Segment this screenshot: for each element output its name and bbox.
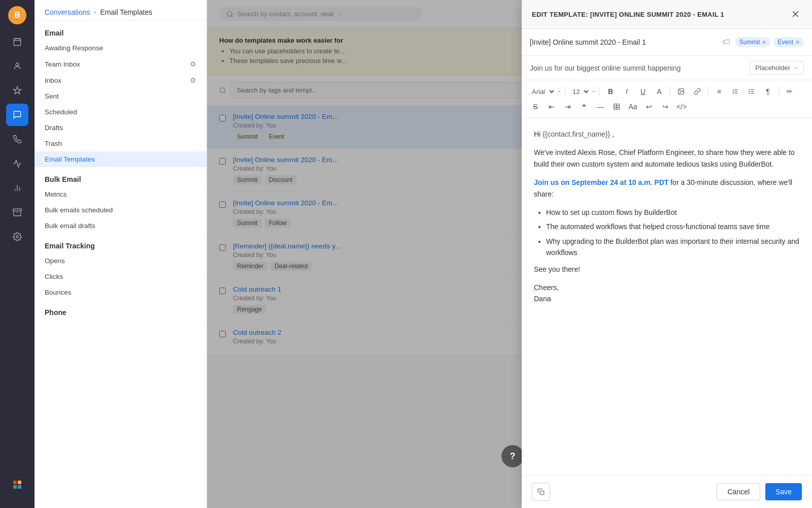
email-tracking-section-title: Email Tracking [35, 234, 207, 253]
icon-bar: B [0, 0, 35, 508]
modal-footer: Cancel Save [522, 475, 812, 508]
breadcrumb-parent[interactable]: Conversations [45, 8, 90, 16]
bullet-list: How to set up custom flows by BuilderBot… [546, 207, 800, 259]
pen-button[interactable]: ✏ [782, 84, 797, 99]
chevron-down-icon [793, 66, 798, 71]
sidebar-item-bulk-scheduled[interactable]: Bulk emails scheduled [35, 202, 207, 218]
toolbar-divider [670, 86, 670, 97]
remove-event-tag[interactable]: ✕ [795, 39, 800, 46]
code-button[interactable]: </> [674, 100, 689, 114]
gear-icon[interactable]: ⚙ [190, 60, 196, 68]
event-tag: Event ✕ [773, 37, 804, 47]
toolbar-divider [708, 86, 708, 97]
deals-icon[interactable] [6, 79, 28, 102]
tag-icon[interactable]: 🏷 [722, 38, 730, 47]
svg-rect-34 [540, 491, 544, 495]
breadcrumb-separator: › [94, 9, 96, 16]
gear-icon[interactable]: ⚙ [190, 76, 196, 84]
editor-body[interactable]: Hi {{contact.first_name}} , We've invite… [522, 118, 812, 475]
font-size-select[interactable]: 12 [568, 86, 590, 97]
editor-toolbar: Arial 12 B I U A ≡ [522, 80, 812, 118]
indent-left-button[interactable]: ⇤ [544, 100, 559, 114]
save-button[interactable]: Save [765, 483, 802, 500]
svg-rect-14 [18, 485, 21, 489]
modal-subject-row: Placeholder [522, 56, 812, 80]
table-button[interactable] [609, 100, 624, 114]
help-button[interactable]: ? [501, 445, 524, 467]
link-button[interactable] [690, 84, 705, 99]
sidebar-item-opens[interactable]: Opens [35, 253, 207, 269]
hr-button[interactable]: — [593, 100, 608, 114]
sidebar-item-label: Drafts [45, 124, 63, 132]
italic-button[interactable]: I [619, 84, 634, 99]
tag-label: Event [777, 39, 793, 46]
sidebar-item-label: Bulk email drafts [45, 222, 95, 230]
strikethrough-button[interactable]: S [528, 100, 543, 114]
sidebar-item-label: Awaiting Response [45, 44, 103, 52]
placeholder-label: Placeholder [755, 64, 790, 72]
placeholder-dropdown[interactable]: Placeholder [750, 61, 804, 75]
indent-right-button[interactable]: ⇥ [560, 100, 576, 114]
sidebar-item-bounces[interactable]: Bounces [35, 284, 207, 300]
sidebar-item-team-inbox[interactable]: Team Inbox ⚙ [35, 56, 207, 72]
ordered-list-button[interactable] [728, 84, 743, 99]
sidebar-item-label: Trash [45, 140, 62, 147]
svg-rect-8 [13, 209, 22, 211]
sidebar-item-awaiting-response[interactable]: Awaiting Response [35, 40, 207, 56]
contact-icon[interactable] [6, 55, 28, 77]
summit-tag: Summit ✕ [735, 37, 771, 47]
svg-point-10 [16, 236, 19, 238]
sidebar-item-inbox[interactable]: Inbox ⚙ [35, 72, 207, 88]
bold-button[interactable]: B [603, 84, 618, 99]
inbox-icon[interactable] [6, 201, 28, 224]
paragraph-button[interactable]: ¶ [760, 84, 775, 99]
chevron-down-icon [591, 89, 596, 94]
svg-point-27 [749, 89, 750, 90]
sidebar-item-trash[interactable]: Trash [35, 136, 207, 151]
breadcrumb-current: Email Templates [100, 8, 152, 16]
svg-rect-13 [13, 485, 17, 489]
sidebar-item-label: Team Inbox [45, 60, 80, 68]
event-link[interactable]: Join us on September 24 at 10 a.m. PDT [534, 178, 668, 186]
modal-name-row: 🏷 Summit ✕ Event ✕ [522, 29, 812, 56]
subject-input[interactable] [530, 64, 745, 72]
svg-rect-11 [13, 481, 17, 484]
font-family-select[interactable]: Arial [528, 86, 556, 97]
template-name-input[interactable] [530, 35, 717, 49]
cancel-button[interactable]: Cancel [717, 483, 760, 500]
underline-button[interactable]: U [635, 84, 651, 99]
sidebar: Conversations › Email Templates Email Aw… [35, 0, 207, 508]
apps-icon[interactable] [6, 473, 28, 496]
close-icon[interactable]: ✕ [789, 8, 802, 20]
remove-summit-tag[interactable]: ✕ [762, 39, 766, 46]
sidebar-item-drafts[interactable]: Drafts [35, 120, 207, 136]
sidebar-item-scheduled[interactable]: Scheduled [35, 104, 207, 120]
modal-title: EDIT TEMPLATE: [INVITE] ONLINE SUMMIT 20… [532, 11, 724, 18]
email-section-title: Email [35, 21, 207, 40]
font-color-button[interactable]: A [652, 84, 667, 99]
tag-label: Summit [739, 39, 760, 46]
chat-icon[interactable] [6, 104, 28, 126]
sidebar-item-email-templates[interactable]: Email Templates [35, 151, 207, 167]
sidebar-item-bulk-drafts[interactable]: Bulk email drafts [35, 218, 207, 234]
cheers-text: Cheers,Dana [534, 282, 800, 305]
sidebar-item-sent[interactable]: Sent [35, 88, 207, 104]
undo-button[interactable]: ↩ [641, 100, 657, 114]
image-button[interactable] [673, 84, 689, 99]
calendar-icon[interactable] [6, 30, 28, 53]
settings-icon[interactable] [6, 226, 28, 248]
sidebar-item-clicks[interactable]: Clicks [35, 269, 207, 284]
align-button[interactable]: ≡ [712, 84, 727, 99]
copy-button[interactable] [532, 483, 550, 501]
sidebar-item-metrics[interactable]: Metrics [35, 186, 207, 202]
unordered-list-button[interactable] [744, 84, 759, 99]
sidebar-item-label: Clicks [45, 273, 63, 280]
svg-point-20 [680, 90, 681, 91]
reports-icon[interactable] [6, 177, 28, 199]
case-button[interactable]: Aa [625, 100, 640, 114]
svg-point-29 [749, 93, 750, 93]
redo-button[interactable]: ↪ [658, 100, 673, 114]
phone-icon[interactable] [6, 128, 28, 150]
blockquote-button[interactable]: ❝ [577, 100, 592, 114]
activity-icon[interactable] [6, 152, 28, 175]
